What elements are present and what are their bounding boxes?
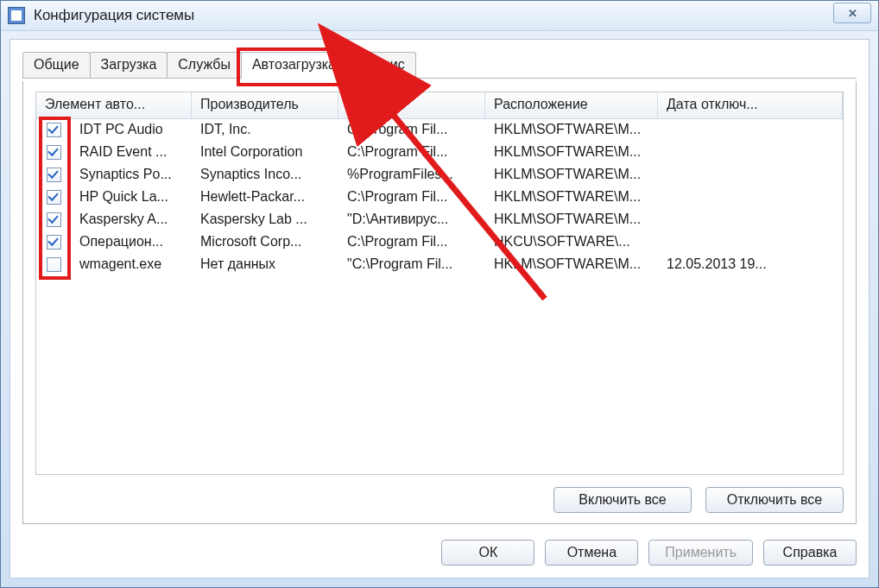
close-button[interactable]: ✕: [833, 3, 871, 23]
location-cell: HKLM\SOFTWARE\M...: [485, 256, 658, 272]
window-title: Конфигурация системы: [34, 7, 194, 24]
dialog-client: ОбщиеЗагрузкаСлужбыАвтозагрузкаСервис Эл…: [9, 39, 870, 579]
panel-button-row: Включить все Отключить все: [553, 487, 844, 513]
disable-all-button[interactable]: Отключить все: [705, 487, 844, 513]
startup-item-checkbox[interactable]: [47, 145, 61, 160]
location-cell: HKLM\SOFTWARE\M...: [485, 189, 658, 205]
column-header-date[interactable]: Дата отключ...: [658, 92, 843, 118]
tab-boot[interactable]: Загрузка: [90, 52, 168, 78]
command-cell: "D:\Антивирус...: [338, 212, 485, 227]
item-cell: Kaspersky A...: [71, 212, 192, 227]
dialog-button-row: ОК Отмена Применить Справка: [441, 540, 857, 566]
command-cell: %ProgramFiles...: [338, 167, 485, 182]
manufacturer-cell: Kaspersky Lab ...: [192, 212, 338, 227]
msconfig-window: Конфигурация системы ✕ ОбщиеЗагрузкаСлуж…: [0, 0, 879, 588]
location-cell: HKLM\SOFTWARE\M...: [485, 122, 658, 137]
table-row[interactable]: Операцион...Microsoft Corp...C:\Program …: [36, 231, 843, 253]
item-cell: RAID Event ...: [71, 144, 192, 160]
checkbox-cell: [36, 257, 71, 272]
command-cell: C:\Program Fil...: [338, 234, 485, 250]
location-cell: HKLM\SOFTWARE\M...: [485, 144, 658, 160]
help-button[interactable]: Справка: [763, 540, 857, 566]
date-cell: 12.05.2013 19...: [658, 256, 843, 272]
checkbox-cell: [36, 212, 71, 227]
table-row[interactable]: HP Quick La...Hewlett-Packar...C:\Progra…: [36, 186, 843, 208]
checkbox-cell: [36, 123, 71, 137]
column-header-command[interactable]: Команда: [338, 92, 485, 118]
startup-listview[interactable]: Элемент авто... Производитель Команда Ра…: [35, 92, 844, 475]
table-row[interactable]: Synaptics Po...Synaptics Inco...%Program…: [36, 163, 843, 186]
startup-item-checkbox[interactable]: [47, 212, 61, 227]
titlebar[interactable]: Конфигурация системы ✕: [1, 1, 878, 31]
startup-item-checkbox[interactable]: [47, 168, 61, 182]
column-header-manufacturer[interactable]: Производитель: [192, 92, 338, 118]
startup-item-checkbox[interactable]: [47, 235, 61, 250]
startup-item-checkbox[interactable]: [47, 190, 61, 205]
tab-services[interactable]: Службы: [167, 52, 242, 78]
location-cell: HKCU\SOFTWARE\...: [485, 234, 658, 250]
app-icon: [8, 7, 25, 24]
manufacturer-cell: Microsoft Corp...: [192, 234, 338, 250]
item-cell: Synaptics Po...: [71, 167, 192, 182]
manufacturer-cell: Hewlett-Packar...: [192, 189, 338, 205]
tab-general[interactable]: Общие: [22, 52, 91, 78]
item-cell: Операцион...: [71, 234, 192, 250]
manufacturer-cell: Intel Corporation: [192, 144, 338, 160]
command-cell: C:\Program Fil...: [338, 189, 485, 205]
startup-item-checkbox[interactable]: [47, 123, 61, 137]
manufacturer-cell: IDT, Inc.: [192, 122, 338, 137]
ok-button[interactable]: ОК: [441, 540, 534, 566]
checkbox-cell: [36, 235, 71, 250]
item-cell: HP Quick La...: [71, 189, 192, 205]
tab-strip: ОбщиеЗагрузкаСлужбыАвтозагрузкаСервис: [22, 52, 857, 79]
manufacturer-cell: Synaptics Inco...: [192, 167, 338, 182]
location-cell: HKLM\SOFTWARE\M...: [485, 212, 658, 227]
item-cell: wmagent.exe: [71, 256, 192, 272]
cancel-button[interactable]: Отмена: [545, 540, 638, 566]
item-cell: IDT PC Audio: [71, 122, 192, 137]
table-row[interactable]: wmagent.exeНет данных"C:\Program Fil...H…: [36, 253, 843, 275]
checkbox-cell: [36, 168, 71, 182]
table-row[interactable]: RAID Event ...Intel CorporationC:\Progra…: [36, 141, 843, 163]
column-header-item[interactable]: Элемент авто...: [36, 92, 192, 118]
checkbox-cell: [36, 190, 71, 205]
startup-item-checkbox[interactable]: [47, 257, 61, 272]
table-row[interactable]: Kaspersky A...Kaspersky Lab ..."D:\Антив…: [36, 208, 843, 231]
command-cell: C:\Program Fil...: [338, 122, 485, 137]
listview-body: IDT PC AudioIDT, Inc.C:\Program Fil...HK…: [36, 118, 843, 474]
checkbox-cell: [36, 145, 71, 160]
enable-all-button[interactable]: Включить все: [553, 487, 692, 513]
location-cell: HKLM\SOFTWARE\M...: [485, 167, 658, 182]
listview-header: Элемент авто... Производитель Команда Ра…: [36, 92, 843, 119]
apply-button[interactable]: Применить: [648, 540, 753, 566]
manufacturer-cell: Нет данных: [192, 256, 338, 272]
command-cell: "C:\Program Fil...: [338, 256, 485, 272]
table-row[interactable]: IDT PC AudioIDT, Inc.C:\Program Fil...HK…: [36, 118, 843, 141]
command-cell: C:\Program Fil...: [338, 144, 485, 160]
close-icon: ✕: [848, 7, 857, 20]
tab-startup[interactable]: Автозагрузка: [241, 52, 347, 79]
column-header-location[interactable]: Расположение: [485, 92, 658, 118]
startup-tab-panel: Элемент авто... Производитель Команда Ра…: [22, 81, 857, 524]
tab-tools[interactable]: Сервис: [346, 52, 416, 78]
